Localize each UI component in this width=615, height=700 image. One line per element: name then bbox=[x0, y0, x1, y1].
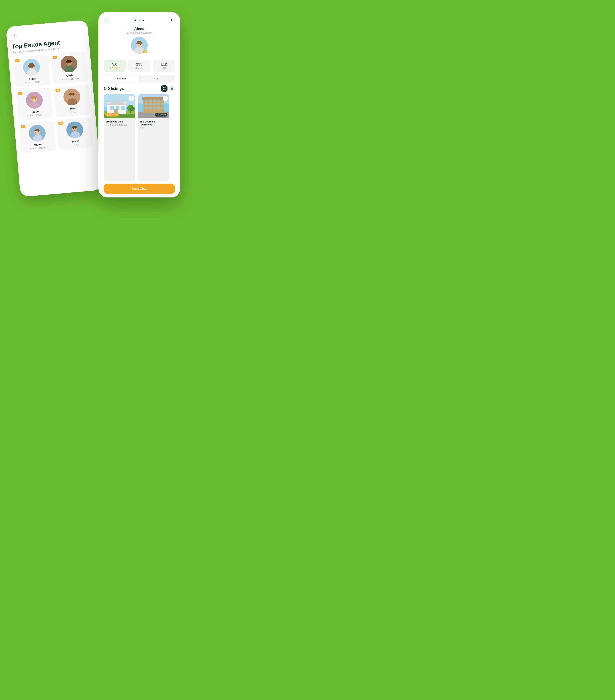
apt-info: The Overdale Apartment ★ 4.8 bbox=[138, 118, 169, 130]
phone-front: ‹ Profile Alena alenagrand@email.com bbox=[98, 12, 180, 198]
profile-header-title: Profile bbox=[134, 18, 144, 22]
apt-price-tag: $ 290/month bbox=[155, 113, 168, 116]
house-icon-hope: ⌂ bbox=[34, 114, 35, 116]
rating-hope: 4.9 bbox=[30, 114, 33, 117]
villa-price-tag: $ 320/month bbox=[106, 113, 119, 116]
agent-card-victor[interactable]: #5 Victor ★ 4.9 ⌂ bbox=[19, 121, 56, 154]
rank-badge-3: #3 bbox=[18, 92, 23, 96]
villa-location: ★ 5 📍 Jakarta, Indonesia bbox=[106, 124, 133, 126]
agent-name-alena: Alena bbox=[28, 77, 36, 80]
rating-steve: 4.9 bbox=[76, 143, 79, 146]
svg-rect-76 bbox=[149, 107, 152, 109]
agent-stats-chris: ★ 4.9 ⌂ 112 Sold bbox=[61, 77, 79, 81]
profile-rank-badge: #1 bbox=[143, 50, 147, 53]
listings-count: 140 listings bbox=[103, 87, 124, 91]
apt-heart-button[interactable]: ♡ bbox=[163, 96, 168, 101]
phones-container: ‹ Top Estate Agent Find the best recomme… bbox=[13, 12, 180, 207]
view-toggle bbox=[161, 85, 175, 92]
star-icon-chris: ★ bbox=[61, 78, 63, 81]
agent-card-alena[interactable]: #1 Alena ★ 5 bbox=[13, 54, 50, 88]
apt-name: The Overdale Apartment bbox=[140, 120, 168, 126]
grid-view-button[interactable] bbox=[161, 85, 168, 92]
phone-back: ‹ Top Estate Agent Find the best recomme… bbox=[6, 20, 102, 197]
avatar-alena bbox=[22, 58, 40, 76]
agent-card-steve[interactable]: #6 Steve ★ 4.9 bbox=[56, 117, 94, 150]
apt-rating: 4.8 bbox=[142, 127, 145, 129]
rank-badge-5: #5 bbox=[21, 125, 26, 128]
svg-rect-41 bbox=[164, 89, 165, 90]
sold-hope: 112 Sold bbox=[36, 113, 44, 116]
sold-alena: 112 Sold bbox=[32, 80, 40, 83]
listing-card-apartment[interactable]: $ 290/month ♡ The Overdale Apartment ★ 4… bbox=[138, 94, 169, 181]
rank-badge-4: #4 bbox=[56, 88, 60, 92]
agent-card-chris[interactable]: #2 Chris ★ 4.9 bbox=[50, 51, 88, 85]
house-icon-victor: ⌂ bbox=[37, 147, 38, 149]
stat-value-reviews: 235 bbox=[136, 62, 142, 66]
villa-name: Brookvale Villa bbox=[106, 120, 133, 123]
agent-name-victor: Victor bbox=[34, 143, 42, 147]
agent-stats-alena: ★ 5 ⌂ 112 Sold bbox=[25, 80, 40, 84]
agent-stats-mea: ★ 4.9 bbox=[70, 110, 76, 113]
svg-rect-72 bbox=[153, 103, 156, 105]
profile-back-button[interactable]: ‹ bbox=[103, 17, 110, 24]
avatar-mea bbox=[63, 88, 81, 106]
agent-card-hope[interactable]: #3 Hope ★ 4.9 ⌂ bbox=[16, 87, 53, 121]
profile-agent-name: Alena bbox=[134, 27, 144, 31]
svg-rect-43 bbox=[171, 88, 173, 89]
rank-badge-6: #6 bbox=[58, 121, 63, 125]
back-button-list[interactable]: ‹ bbox=[11, 32, 18, 39]
svg-rect-39 bbox=[164, 87, 165, 88]
svg-rect-64 bbox=[143, 97, 165, 100]
svg-point-37 bbox=[138, 46, 141, 48]
sold-chris: 112 Sold bbox=[71, 77, 79, 80]
listing-img-villa: $ 320/month ♡ bbox=[103, 94, 135, 118]
svg-point-59 bbox=[130, 107, 135, 111]
svg-rect-40 bbox=[163, 89, 164, 90]
agent-stats-steve: ★ 4.9 bbox=[73, 143, 79, 146]
tab-listings[interactable]: Listings bbox=[104, 76, 139, 82]
star-icon-mea: ★ bbox=[70, 111, 72, 113]
apt-star: ★ bbox=[140, 127, 141, 129]
avatar-victor bbox=[28, 124, 46, 142]
house-icon-chris: ⌂ bbox=[68, 78, 70, 80]
agent-name-steve: Steve bbox=[72, 139, 79, 143]
agent-card-mea[interactable]: #4 Mea ★ 4.9 bbox=[53, 84, 91, 118]
profile-agent-email: alenagrand@email.com bbox=[126, 32, 152, 34]
svg-rect-68 bbox=[158, 99, 160, 102]
svg-rect-75 bbox=[145, 107, 148, 109]
stat-stars: ★★★★★ bbox=[109, 66, 120, 69]
listing-card-villa[interactable]: $ 320/month ♡ Brookvale Villa ★ 5 📍 Jaka… bbox=[103, 94, 135, 181]
villa-star: ★ bbox=[106, 124, 107, 126]
rating-mea: 4.9 bbox=[73, 110, 76, 113]
svg-point-36 bbox=[140, 44, 141, 45]
tabs-row: Listings Sold bbox=[103, 75, 175, 83]
agents-grid: #1 Alena ★ 5 bbox=[13, 51, 94, 154]
svg-rect-38 bbox=[163, 87, 164, 88]
villa-heart-button[interactable]: ♡ bbox=[128, 96, 134, 101]
stats-row: 5.0 ★★★★★ 235 Reviews 112 Sold bbox=[98, 60, 180, 72]
star-icon-victor: ★ bbox=[30, 147, 32, 150]
stat-value-sold: 112 bbox=[161, 62, 167, 66]
svg-rect-78 bbox=[158, 107, 160, 109]
profile-share-button[interactable] bbox=[168, 17, 175, 24]
stat-label-reviews: Reviews bbox=[135, 67, 143, 69]
star-icon-steve: ★ bbox=[73, 143, 75, 146]
star-icon-alena: ★ bbox=[25, 82, 27, 84]
house-icon-alena: ⌂ bbox=[30, 81, 32, 84]
tab-sold[interactable]: Sold bbox=[139, 76, 174, 82]
rank-badge-1: #1 bbox=[15, 59, 20, 62]
stat-value-rating: 5.0 bbox=[112, 62, 118, 66]
stat-card-rating: 5.0 ★★★★★ bbox=[103, 60, 126, 72]
agent-name-hope: Hope bbox=[32, 110, 39, 113]
list-view-button[interactable] bbox=[169, 85, 175, 92]
start-chat-button[interactable]: Start Chat bbox=[103, 184, 175, 194]
svg-rect-77 bbox=[153, 107, 156, 109]
svg-rect-66 bbox=[149, 99, 152, 102]
svg-rect-79 bbox=[162, 107, 164, 109]
star-icon-hope: ★ bbox=[27, 114, 29, 117]
svg-point-35 bbox=[138, 44, 138, 45]
svg-rect-52 bbox=[110, 107, 114, 110]
stat-card-sold: 112 Sold bbox=[152, 60, 175, 72]
agent-name-chris: Chris bbox=[66, 74, 74, 77]
avatar-hope bbox=[25, 91, 44, 109]
